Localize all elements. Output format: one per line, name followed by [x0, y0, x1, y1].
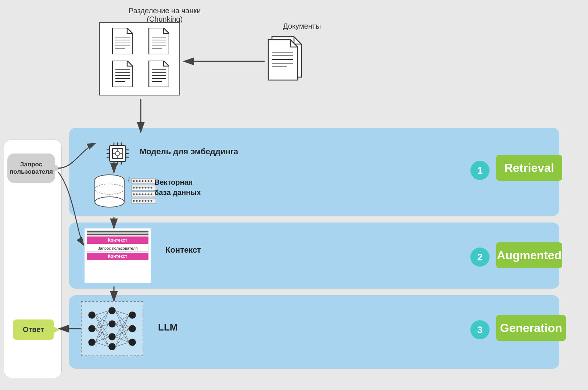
svg-point-65 — [148, 187, 150, 189]
badge-generation: 3 — [470, 320, 490, 339]
chunking-label: Разделение на чанки (Chunking) — [129, 7, 201, 24]
svg-point-73 — [148, 194, 150, 195]
context-tag-user-query: Запрос пользователя — [87, 245, 148, 252]
user-query-bubble: Запрос пользователя — [7, 154, 55, 183]
svg-point-91 — [129, 325, 136, 332]
svg-line-116 — [115, 342, 129, 347]
context-line-1 — [87, 231, 148, 232]
svg-point-63 — [142, 187, 144, 189]
vectordb-icon: { — [92, 173, 158, 211]
svg-point-56 — [145, 180, 147, 182]
chunk-doc-3 — [105, 61, 138, 90]
svg-point-90 — [129, 312, 136, 318]
chip-icon — [103, 139, 132, 170]
svg-point-70 — [139, 194, 141, 195]
chunking-docs-box — [99, 22, 180, 95]
embedding-model-label: Модель для эмбеддинга — [140, 147, 238, 156]
chunk-doc-2 — [141, 28, 174, 57]
badge-retrieval: 1 — [470, 161, 490, 180]
svg-point-53 — [136, 180, 138, 182]
svg-point-81 — [148, 200, 150, 202]
svg-point-62 — [139, 187, 141, 189]
svg-point-55 — [142, 180, 144, 182]
svg-point-86 — [109, 307, 115, 314]
svg-line-93 — [95, 311, 109, 315]
svg-line-105 — [115, 311, 129, 315]
chunk-doc-1 — [105, 28, 138, 57]
svg-point-88 — [109, 333, 115, 340]
svg-point-68 — [133, 194, 135, 195]
chunk-doc-4 — [141, 61, 174, 90]
svg-point-61 — [136, 187, 138, 189]
svg-point-48 — [95, 197, 124, 207]
svg-point-71 — [142, 194, 144, 195]
svg-point-92 — [129, 339, 136, 346]
svg-line-112 — [115, 329, 129, 337]
svg-line-109 — [115, 324, 129, 329]
svg-rect-25 — [110, 145, 126, 162]
svg-point-74 — [151, 194, 153, 195]
svg-point-69 — [136, 194, 138, 195]
augmented-box: Augmented — [496, 242, 562, 268]
svg-point-78 — [139, 200, 141, 202]
diagram-container: Разделение на чанки (Chunking) Документы — [0, 0, 588, 390]
llm-neural-net — [81, 301, 143, 356]
svg-line-104 — [95, 342, 109, 347]
documents-label: Документы — [283, 22, 321, 30]
svg-point-80 — [145, 200, 147, 202]
retrieval-box: Retrieval — [496, 155, 562, 181]
context-panel: Контекст Запрос пользователя Контекст — [85, 228, 151, 283]
svg-point-84 — [89, 325, 95, 332]
svg-point-60 — [133, 187, 135, 189]
llm-label: LLM — [158, 322, 178, 333]
svg-point-54 — [139, 180, 141, 182]
context-title: Контекст — [165, 245, 201, 255]
svg-point-89 — [109, 343, 115, 350]
svg-point-87 — [109, 321, 115, 327]
svg-point-82 — [151, 200, 153, 202]
vectordb-label: Векторная база данных — [154, 177, 201, 198]
answer-box: Ответ — [13, 319, 54, 340]
svg-point-77 — [136, 200, 138, 202]
svg-point-57 — [148, 180, 150, 182]
svg-text:{: { — [128, 176, 130, 183]
svg-point-52 — [133, 180, 135, 182]
svg-line-99 — [95, 329, 109, 337]
svg-point-66 — [151, 187, 153, 189]
svg-point-79 — [142, 200, 144, 202]
context-tag-1: Контекст — [87, 236, 148, 244]
svg-point-85 — [89, 339, 95, 346]
svg-point-72 — [145, 194, 147, 195]
svg-point-83 — [89, 312, 95, 318]
svg-point-64 — [145, 187, 147, 189]
source-docs — [265, 33, 309, 82]
badge-augmented: 2 — [470, 248, 490, 267]
svg-point-76 — [133, 200, 135, 202]
context-line-2 — [87, 234, 148, 235]
generation-box: Generation — [496, 315, 566, 341]
svg-point-58 — [151, 180, 153, 182]
context-tag-2: Контекст — [87, 253, 148, 260]
